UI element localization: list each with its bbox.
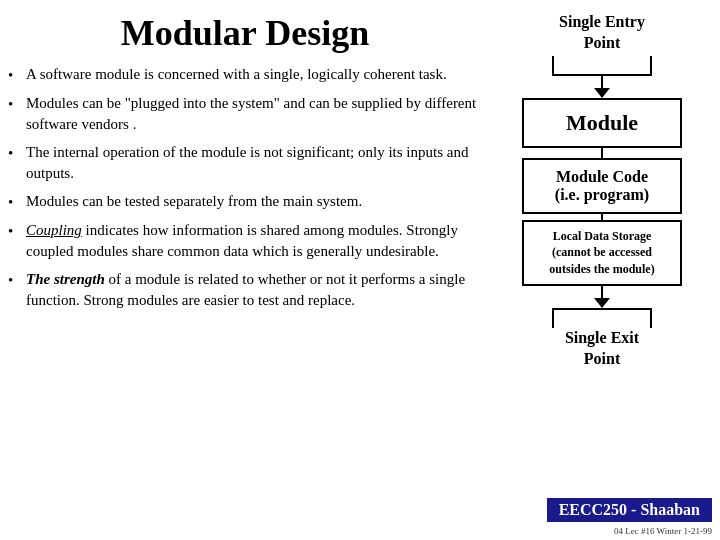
bullet-icon: • [8, 142, 26, 164]
list-item: • Coupling indicates how information is … [8, 220, 482, 262]
bullet-icon: • [8, 191, 26, 213]
exit-arrow-head [594, 298, 610, 308]
list-item: • The strength of a module is related to… [8, 269, 482, 311]
exit-arrow-stem [601, 286, 603, 298]
bullet-icon: • [8, 64, 26, 86]
list-item: • Modules can be tested separately from … [8, 191, 482, 213]
list-item-text: Modules can be "plugged into the system"… [26, 93, 482, 135]
left-content: Modular Design • A software module is co… [8, 8, 492, 532]
module-code-box: Module Code (i.e. program) [522, 158, 682, 214]
entry-arrow-head [594, 88, 610, 98]
list-item-text: The strength of a module is related to w… [26, 269, 482, 311]
footer-bar: EECC250 - Shaaban [0, 498, 720, 522]
page-title: Modular Design [8, 12, 482, 54]
bullet-icon: • [8, 93, 26, 115]
entry-arrow [552, 56, 652, 98]
exit-left-line [552, 310, 554, 328]
module-box: Module [522, 98, 682, 148]
main-container: Modular Design • A software module is co… [0, 0, 720, 540]
entry-right-line [650, 56, 652, 74]
list-item-text: Modules can be tested separately from th… [26, 191, 482, 212]
right-diagram: Single Entry Point Module Module Code [492, 8, 712, 532]
footer-small-text: 04 Lec #16 Winter 1-21-99 [614, 526, 712, 536]
exit-arrow [552, 286, 652, 328]
exit-down-arrow [594, 286, 610, 308]
footer-badge: EECC250 - Shaaban [547, 498, 712, 522]
list-item-text: A software module is concerned with a si… [26, 64, 482, 85]
exit-bracket-bottom [552, 310, 652, 328]
list-item-text: Coupling indicates how information is sh… [26, 220, 482, 262]
list-item-text: The internal operation of the module is … [26, 142, 482, 184]
local-data-box: Local Data Storage (cannot be accessed o… [522, 220, 682, 286]
entry-arrow-stem [601, 76, 603, 88]
coupling-text: Coupling [26, 222, 82, 238]
list-item: • A software module is concerned with a … [8, 64, 482, 86]
bullet-list: • A software module is concerned with a … [8, 64, 482, 311]
exit-point-label: Single Exit Point [565, 328, 639, 370]
strength-text: The strength [26, 271, 105, 287]
connector-line-1 [601, 148, 603, 158]
entry-left-line [552, 56, 554, 74]
exit-right-line [650, 310, 652, 328]
list-item: • Modules can be "plugged into the syste… [8, 93, 482, 135]
bullet-icon: • [8, 220, 26, 242]
entry-point-label: Single Entry Point [559, 12, 645, 54]
bullet-icon: • [8, 269, 26, 291]
entry-bracket-top [552, 56, 652, 74]
entry-down-arrow [594, 76, 610, 98]
list-item: • The internal operation of the module i… [8, 142, 482, 184]
